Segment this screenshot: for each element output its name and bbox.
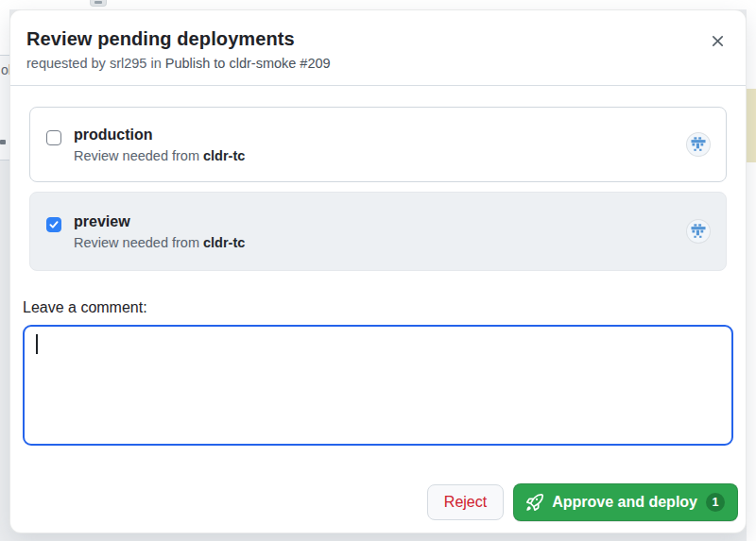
cldr-logo-icon xyxy=(690,223,707,240)
environment-card-left: production Review needed from cldr-tc xyxy=(45,127,245,163)
environment-info: production Review needed from cldr-tc xyxy=(74,127,245,163)
environment-card-left: preview Review needed from cldr-tc xyxy=(45,213,245,250)
background-toolbar-button xyxy=(90,0,107,7)
close-button[interactable] xyxy=(706,29,729,52)
cldr-logo-icon xyxy=(690,136,707,153)
approve-and-deploy-button[interactable]: Approve and deploy 1 xyxy=(513,483,738,521)
requesting-user: srl295 xyxy=(110,56,147,71)
environment-card-production[interactable]: production Review needed from cldr-tc xyxy=(29,107,727,182)
reviewer-team: cldr-tc xyxy=(203,235,245,250)
background-right-area xyxy=(747,0,756,541)
background-warning-banner-fragment xyxy=(747,89,756,162)
reviewer-team: cldr-tc xyxy=(203,148,245,163)
review-deployments-dialog: Review pending deployments requested by … xyxy=(9,9,747,533)
reject-button[interactable]: Reject xyxy=(427,484,504,520)
team-avatar xyxy=(686,132,711,157)
dialog-title: Review pending deployments xyxy=(26,28,700,50)
subtitle-joiner: in xyxy=(150,56,161,71)
approve-button-label: Approve and deploy xyxy=(552,494,697,511)
team-avatar xyxy=(686,219,711,244)
environment-info: preview Review needed from cldr-tc xyxy=(74,213,245,250)
review-needed-text: Review needed from cldr-tc xyxy=(74,235,245,250)
text-caret xyxy=(36,334,38,354)
background-mark-fragment xyxy=(0,140,6,144)
environment-name: production xyxy=(74,127,245,144)
comment-box-wrap xyxy=(23,325,733,446)
pending-count-badge: 1 xyxy=(706,493,725,512)
environment-list: production Review needed from cldr-tc xyxy=(29,107,727,271)
workflow-run-link[interactable]: Publish to cldr-smoke #209 xyxy=(165,56,331,71)
background-left-area xyxy=(0,0,9,55)
checkmark-icon xyxy=(48,219,60,230)
environment-card-preview[interactable]: preview Review needed from cldr-tc xyxy=(29,192,727,271)
dialog-header: Review pending deployments requested by … xyxy=(10,10,746,86)
preview-checkbox[interactable] xyxy=(46,217,61,232)
rocket-icon xyxy=(526,494,543,511)
close-icon xyxy=(711,34,725,48)
environment-name: preview xyxy=(74,213,245,230)
dialog-subtitle: requested by srl295 in Publish to cldr-s… xyxy=(26,56,700,71)
subtitle-prefix: requested by xyxy=(26,56,106,71)
production-checkbox[interactable] xyxy=(46,130,61,145)
comment-textarea[interactable] xyxy=(23,325,733,446)
review-prefix: Review needed from xyxy=(74,235,199,250)
review-prefix: Review needed from xyxy=(74,148,199,163)
review-needed-text: Review needed from cldr-tc xyxy=(74,148,245,163)
dialog-footer: Reject Approve and deploy 1 xyxy=(427,483,738,521)
comment-label: Leave a comment: xyxy=(23,299,733,316)
comment-section: Leave a comment: xyxy=(23,299,733,446)
background-toolbar-icon xyxy=(94,1,102,4)
background-page-strip xyxy=(0,0,756,9)
